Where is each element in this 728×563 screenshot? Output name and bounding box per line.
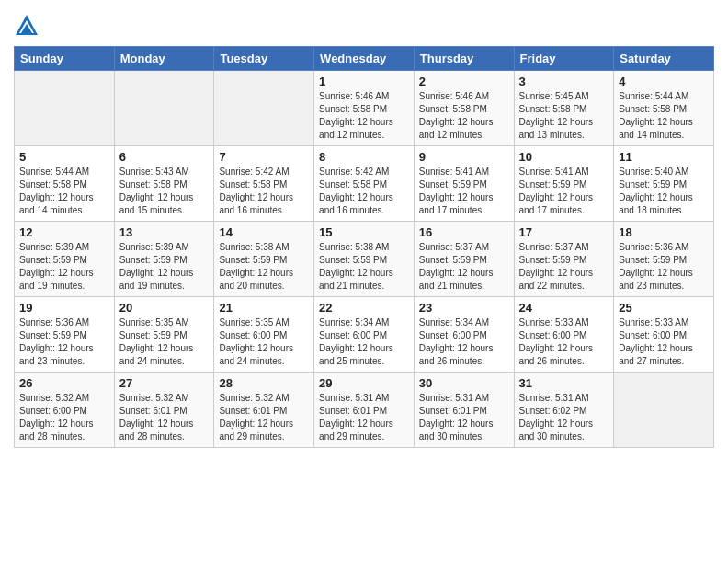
day-info: Sunrise: 5:42 AM Sunset: 5:58 PM Dayligh… xyxy=(219,166,309,217)
day-number: 8 xyxy=(319,150,409,164)
calendar-cell: 4Sunrise: 5:44 AM Sunset: 5:58 PM Daylig… xyxy=(614,71,714,146)
calendar-day-header: Monday xyxy=(114,47,214,71)
calendar-cell: 6Sunrise: 5:43 AM Sunset: 5:58 PM Daylig… xyxy=(114,146,214,222)
day-info: Sunrise: 5:31 AM Sunset: 6:02 PM Dayligh… xyxy=(519,392,609,443)
calendar-cell: 9Sunrise: 5:41 AM Sunset: 5:59 PM Daylig… xyxy=(414,146,514,222)
day-number: 20 xyxy=(119,301,210,315)
day-number: 27 xyxy=(119,376,210,390)
day-info: Sunrise: 5:32 AM Sunset: 6:00 PM Dayligh… xyxy=(19,392,109,443)
calendar-cell: 13Sunrise: 5:39 AM Sunset: 5:59 PM Dayli… xyxy=(114,222,214,297)
day-info: Sunrise: 5:38 AM Sunset: 5:59 PM Dayligh… xyxy=(219,241,309,293)
day-info: Sunrise: 5:33 AM Sunset: 6:00 PM Dayligh… xyxy=(519,316,609,368)
page-container: SundayMondayTuesdayWednesdayThursdayFrid… xyxy=(0,0,728,457)
day-number: 19 xyxy=(19,301,109,315)
day-number: 18 xyxy=(619,225,709,239)
day-info: Sunrise: 5:31 AM Sunset: 6:01 PM Dayligh… xyxy=(419,392,509,443)
calendar-cell: 3Sunrise: 5:45 AM Sunset: 5:58 PM Daylig… xyxy=(514,71,614,146)
calendar-day-header: Friday xyxy=(514,47,614,71)
day-number: 5 xyxy=(19,150,109,164)
calendar-header-row: SundayMondayTuesdayWednesdayThursdayFrid… xyxy=(15,47,714,71)
day-number: 21 xyxy=(219,301,309,315)
calendar-cell: 20Sunrise: 5:35 AM Sunset: 5:59 PM Dayli… xyxy=(114,297,214,373)
day-number: 24 xyxy=(519,301,609,315)
calendar-day-header: Thursday xyxy=(414,47,514,71)
calendar-cell: 21Sunrise: 5:35 AM Sunset: 6:00 PM Dayli… xyxy=(214,297,314,373)
day-info: Sunrise: 5:35 AM Sunset: 5:59 PM Dayligh… xyxy=(119,316,210,368)
calendar-cell: 22Sunrise: 5:34 AM Sunset: 6:00 PM Dayli… xyxy=(314,297,415,373)
calendar-cell: 12Sunrise: 5:39 AM Sunset: 5:59 PM Dayli… xyxy=(15,222,115,297)
day-number: 1 xyxy=(319,75,409,88)
calendar-week-row: 1Sunrise: 5:46 AM Sunset: 5:58 PM Daylig… xyxy=(15,71,714,146)
day-info: Sunrise: 5:44 AM Sunset: 5:58 PM Dayligh… xyxy=(619,90,709,142)
day-number: 4 xyxy=(619,75,709,88)
day-info: Sunrise: 5:43 AM Sunset: 5:58 PM Dayligh… xyxy=(119,166,210,217)
calendar-cell: 5Sunrise: 5:44 AM Sunset: 5:58 PM Daylig… xyxy=(15,146,115,222)
day-info: Sunrise: 5:32 AM Sunset: 6:01 PM Dayligh… xyxy=(119,392,210,443)
calendar-cell: 25Sunrise: 5:33 AM Sunset: 6:00 PM Dayli… xyxy=(614,297,714,373)
day-number: 30 xyxy=(419,376,509,390)
day-number: 31 xyxy=(519,376,609,390)
calendar-week-row: 19Sunrise: 5:36 AM Sunset: 5:59 PM Dayli… xyxy=(15,297,714,373)
day-number: 2 xyxy=(419,75,509,88)
calendar-cell: 19Sunrise: 5:36 AM Sunset: 5:59 PM Dayli… xyxy=(15,297,115,373)
day-number: 26 xyxy=(19,376,109,390)
calendar-week-row: 26Sunrise: 5:32 AM Sunset: 6:00 PM Dayli… xyxy=(15,373,714,448)
day-number: 25 xyxy=(619,301,709,315)
day-info: Sunrise: 5:34 AM Sunset: 6:00 PM Dayligh… xyxy=(419,316,509,368)
day-info: Sunrise: 5:41 AM Sunset: 5:59 PM Dayligh… xyxy=(419,166,509,217)
calendar-cell: 30Sunrise: 5:31 AM Sunset: 6:01 PM Dayli… xyxy=(414,373,514,448)
calendar-cell: 31Sunrise: 5:31 AM Sunset: 6:02 PM Dayli… xyxy=(514,373,614,448)
day-info: Sunrise: 5:36 AM Sunset: 5:59 PM Dayligh… xyxy=(19,316,109,368)
day-number: 11 xyxy=(619,150,709,164)
calendar-cell: 26Sunrise: 5:32 AM Sunset: 6:00 PM Dayli… xyxy=(15,373,115,448)
day-info: Sunrise: 5:37 AM Sunset: 5:59 PM Dayligh… xyxy=(419,241,509,293)
day-info: Sunrise: 5:46 AM Sunset: 5:58 PM Dayligh… xyxy=(319,90,409,142)
calendar-cell: 2Sunrise: 5:46 AM Sunset: 5:58 PM Daylig… xyxy=(414,71,514,146)
logo-icon xyxy=(14,13,40,39)
day-number: 16 xyxy=(419,225,509,239)
day-info: Sunrise: 5:40 AM Sunset: 5:59 PM Dayligh… xyxy=(619,166,709,217)
header xyxy=(14,9,714,39)
day-info: Sunrise: 5:39 AM Sunset: 5:59 PM Dayligh… xyxy=(119,241,210,293)
calendar-cell: 10Sunrise: 5:41 AM Sunset: 5:59 PM Dayli… xyxy=(514,146,614,222)
calendar-table: SundayMondayTuesdayWednesdayThursdayFrid… xyxy=(14,46,714,448)
day-number: 7 xyxy=(219,150,309,164)
calendar-cell: 23Sunrise: 5:34 AM Sunset: 6:00 PM Dayli… xyxy=(414,297,514,373)
calendar-cell: 11Sunrise: 5:40 AM Sunset: 5:59 PM Dayli… xyxy=(614,146,714,222)
calendar-cell: 29Sunrise: 5:31 AM Sunset: 6:01 PM Dayli… xyxy=(314,373,415,448)
logo xyxy=(14,13,43,39)
calendar-day-header: Saturday xyxy=(614,47,714,71)
calendar-cell xyxy=(15,71,115,146)
day-info: Sunrise: 5:33 AM Sunset: 6:00 PM Dayligh… xyxy=(619,316,709,368)
calendar-cell xyxy=(214,71,314,146)
calendar-cell: 7Sunrise: 5:42 AM Sunset: 5:58 PM Daylig… xyxy=(214,146,314,222)
calendar-cell: 24Sunrise: 5:33 AM Sunset: 6:00 PM Dayli… xyxy=(514,297,614,373)
day-info: Sunrise: 5:37 AM Sunset: 5:59 PM Dayligh… xyxy=(519,241,609,293)
day-number: 15 xyxy=(319,225,409,239)
calendar-cell: 15Sunrise: 5:38 AM Sunset: 5:59 PM Dayli… xyxy=(314,222,415,297)
day-number: 9 xyxy=(419,150,509,164)
day-info: Sunrise: 5:32 AM Sunset: 6:01 PM Dayligh… xyxy=(219,392,309,443)
day-info: Sunrise: 5:36 AM Sunset: 5:59 PM Dayligh… xyxy=(619,241,709,293)
day-info: Sunrise: 5:42 AM Sunset: 5:58 PM Dayligh… xyxy=(319,166,409,217)
day-number: 6 xyxy=(119,150,210,164)
day-info: Sunrise: 5:35 AM Sunset: 6:00 PM Dayligh… xyxy=(219,316,309,368)
day-number: 29 xyxy=(319,376,409,390)
calendar-cell: 8Sunrise: 5:42 AM Sunset: 5:58 PM Daylig… xyxy=(314,146,415,222)
calendar-cell: 1Sunrise: 5:46 AM Sunset: 5:58 PM Daylig… xyxy=(314,71,415,146)
day-number: 28 xyxy=(219,376,309,390)
day-number: 3 xyxy=(519,75,609,88)
calendar-cell: 16Sunrise: 5:37 AM Sunset: 5:59 PM Dayli… xyxy=(414,222,514,297)
day-info: Sunrise: 5:46 AM Sunset: 5:58 PM Dayligh… xyxy=(419,90,509,142)
calendar-cell: 27Sunrise: 5:32 AM Sunset: 6:01 PM Dayli… xyxy=(114,373,214,448)
calendar-cell: 14Sunrise: 5:38 AM Sunset: 5:59 PM Dayli… xyxy=(214,222,314,297)
calendar-day-header: Wednesday xyxy=(314,47,415,71)
day-number: 10 xyxy=(519,150,609,164)
day-info: Sunrise: 5:38 AM Sunset: 5:59 PM Dayligh… xyxy=(319,241,409,293)
day-info: Sunrise: 5:41 AM Sunset: 5:59 PM Dayligh… xyxy=(519,166,609,217)
day-number: 13 xyxy=(119,225,210,239)
day-number: 12 xyxy=(19,225,109,239)
day-info: Sunrise: 5:44 AM Sunset: 5:58 PM Dayligh… xyxy=(19,166,109,217)
calendar-cell: 17Sunrise: 5:37 AM Sunset: 5:59 PM Dayli… xyxy=(514,222,614,297)
calendar-cell: 28Sunrise: 5:32 AM Sunset: 6:01 PM Dayli… xyxy=(214,373,314,448)
